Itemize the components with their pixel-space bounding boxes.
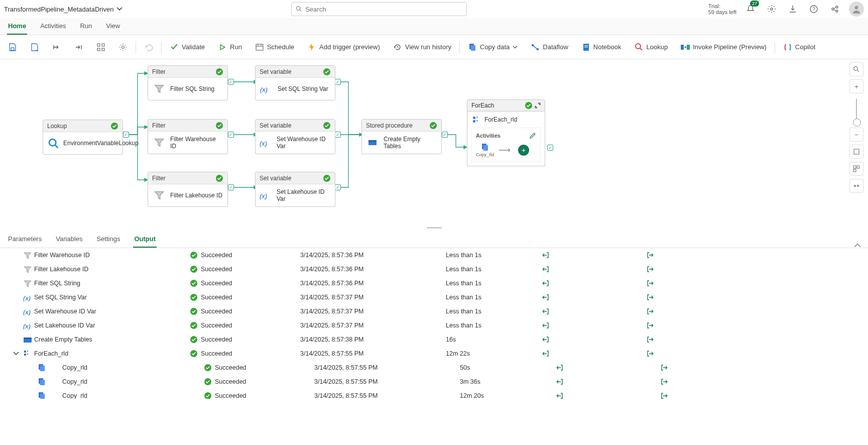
tab-home[interactable]: Home [7,19,27,35]
output-icon[interactable] [647,251,655,259]
output-icon[interactable] [647,350,655,358]
foreach-icon [471,116,480,124]
edit-icon[interactable] [529,132,536,139]
table-row[interactable]: Filter Lakehouse IDSucceeded3/14/2025, 8… [0,262,868,276]
btab-parameters[interactable]: Parameters [7,232,43,248]
tab-activities[interactable]: Activities [39,19,67,35]
output-icon[interactable] [661,392,669,399]
notifications-button[interactable]: 27 [743,2,758,16]
output-icon[interactable] [647,293,655,301]
collapse-button[interactable] [849,179,863,193]
notebook-button[interactable]: Notebook [578,40,625,54]
copilot-button[interactable]: Copilot [780,40,818,54]
sitemap-button[interactable] [93,40,108,54]
share-button[interactable] [828,2,842,16]
save-as-button[interactable] [27,40,42,54]
btab-settings[interactable]: Settings [95,232,121,248]
input-icon[interactable] [555,378,563,386]
input-icon[interactable] [541,251,549,259]
run-history-button[interactable]: View run history [390,40,454,54]
move-end-button[interactable] [71,40,86,54]
output-icon[interactable] [647,279,655,287]
page-title[interactable]: TransformedPipeline_MetadataDriven [4,6,122,13]
svg-rect-20 [97,44,100,46]
input-icon[interactable] [541,265,549,273]
timestamp: 3/14/2025, 8:57:36 PM [300,266,446,273]
activity-name: Filter SQL String [34,280,190,287]
run-button[interactable]: Run [215,40,245,54]
copy-data-button[interactable]: Copy data [465,40,521,54]
add-activity-button[interactable]: + [518,145,529,156]
chevron-down-icon[interactable] [13,352,19,356]
schedule-button[interactable]: Schedule [252,40,297,54]
panel-resize-handle[interactable] [0,225,868,230]
input-icon[interactable] [541,279,549,287]
status-label: Succeeded [215,364,246,371]
btab-output[interactable]: Output [133,232,157,248]
expand-icon[interactable] [535,102,541,108]
output-icon[interactable] [647,307,655,315]
input-icon[interactable] [541,336,549,344]
output-icon[interactable] [647,265,655,273]
download-button[interactable] [786,2,800,16]
chevron-up-icon[interactable] [854,243,861,248]
search-input[interactable] [305,3,462,15]
input-icon[interactable] [555,392,563,399]
table-row[interactable]: Set Lakehouse ID VarSucceeded3/14/2025, … [0,318,868,332]
output-icon[interactable] [647,321,655,329]
table-row[interactable]: Set Warehouse ID VarSucceeded3/14/2025, … [0,304,868,318]
layout-button[interactable] [849,162,863,176]
success-icon [323,122,331,130]
input-icon[interactable] [541,321,549,329]
dataflow-button[interactable]: Dataflow [528,40,571,54]
help-button[interactable]: ? [807,2,821,16]
node-filter-sql[interactable]: Filter Filter SQL String [148,65,228,100]
output-table[interactable]: Filter Warehouse IDSucceeded3/14/2025, 8… [0,248,868,399]
node-filter-warehouse[interactable]: Filter Filter Warehouse ID [148,119,228,154]
table-row[interactable]: Create Empty TablesSucceeded3/14/2025, 8… [0,332,868,347]
avatar[interactable] [849,2,864,17]
settings-button[interactable] [765,2,779,16]
node-foreach[interactable]: ForEach ForEach_rld Activities Copy_ [467,99,545,166]
invoke-pipeline-button[interactable]: Invoke Pipeline (Preview) [678,40,770,54]
output-icon[interactable] [661,378,669,386]
table-row[interactable]: Filter Warehouse IDSucceeded3/14/2025, 8… [0,248,868,262]
save-button[interactable] [5,40,20,54]
tab-run[interactable]: Run [79,19,93,35]
btab-variables[interactable]: Variables [55,232,83,248]
node-stored-procedure[interactable]: Stored procedure Create Empty Tables [361,119,442,154]
table-row[interactable]: Copy_rldSucceeded3/14/2025, 8:57:55 PM12… [0,389,868,399]
move-right-button[interactable] [49,40,64,54]
input-icon[interactable] [541,307,549,315]
output-icon[interactable] [661,364,669,372]
activity-icon [21,279,34,287]
table-row[interactable]: Copy_rldSucceeded3/14/2025, 8:57:55 PM3m… [0,375,868,389]
input-icon[interactable] [541,293,549,301]
table-row[interactable]: Copy_rldSucceeded3/14/2025, 8:57:55 PM50… [0,361,868,375]
undo-button[interactable] [141,40,156,54]
tab-view[interactable]: View [105,19,121,35]
canvas-search-button[interactable] [849,62,863,76]
gear-button[interactable] [115,40,131,54]
validate-button[interactable]: Validate [167,40,208,54]
zoom-in-button[interactable]: + [849,79,863,93]
fit-button[interactable] [849,145,863,159]
node-lookup[interactable]: Lookup EnvironmentVariableLookup [43,120,123,155]
input-icon[interactable] [541,350,549,358]
lookup-button[interactable]: Lookup [632,40,671,54]
node-setvar-sql[interactable]: Set variable Set SQL String Var [255,65,335,100]
input-icon[interactable] [555,364,563,372]
duration: Less than 1s [446,308,541,315]
add-trigger-button[interactable]: Add trigger (preview) [304,40,383,54]
node-setvar-lakehouse[interactable]: Set variable Set Lakehouse ID Var [255,172,335,207]
zoom-slider[interactable] [856,98,857,123]
table-row[interactable]: ForEach_rldSucceeded3/14/2025, 8:57:55 P… [0,347,868,361]
table-row[interactable]: Set SQL String VarSucceeded3/14/2025, 8:… [0,290,868,304]
pipeline-canvas[interactable]: ✓ ✓ ✓ ✓ ✓ ✓ ✓ ✓ ✓ Lookup EnvironmentVari… [0,59,868,225]
table-row[interactable]: Filter SQL StringSucceeded3/14/2025, 8:5… [0,276,868,290]
output-icon[interactable] [647,336,655,344]
node-setvar-warehouse[interactable]: Set variable Set Warehouse ID Var [255,119,335,154]
search-box[interactable] [291,2,467,16]
node-filter-lakehouse[interactable]: Filter Filter Lakehouse ID [148,172,228,207]
zoom-out-button[interactable]: − [849,128,863,142]
